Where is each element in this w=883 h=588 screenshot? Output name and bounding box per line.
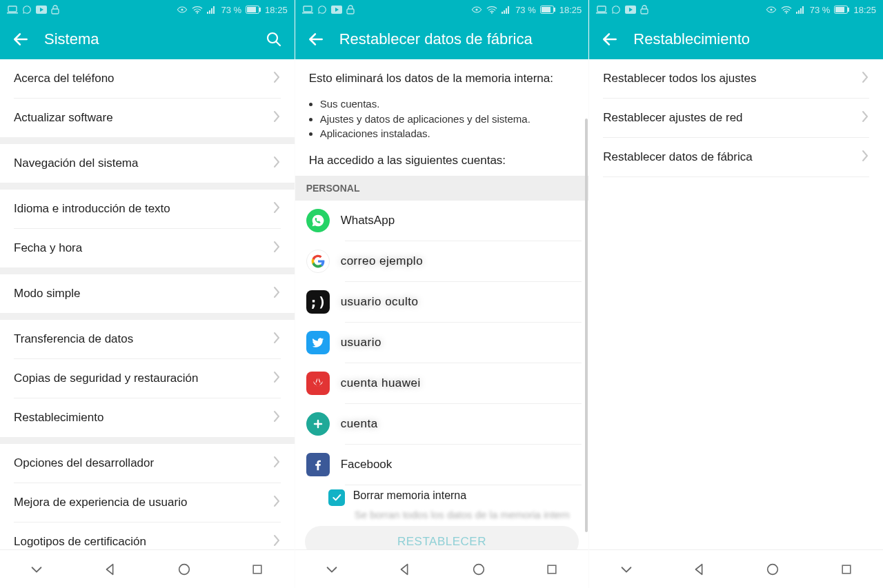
- system-navigation-row[interactable]: Navegación del sistema: [0, 144, 295, 183]
- nav-home-button[interactable]: [464, 554, 494, 585]
- row-chevron: [272, 110, 281, 127]
- eye-care-icon: [177, 6, 188, 14]
- svg-point-4: [181, 8, 183, 10]
- row-chevron: [272, 455, 281, 472]
- whatsapp-icon: [306, 209, 330, 232]
- account-huawei[interactable]: cuenta huawei: [295, 363, 589, 403]
- square-recent-icon: [545, 562, 559, 576]
- eye-care-icon: [766, 6, 777, 14]
- status-bar: 73 % 18:25: [295, 0, 589, 19]
- circle-home-icon: [471, 562, 486, 577]
- svg-rect-38: [798, 10, 800, 14]
- signal-icon: [502, 6, 511, 14]
- nav-back-button[interactable]: [95, 554, 126, 585]
- app-bar-factory-reset: Restablecer datos de fábrica: [295, 19, 589, 59]
- reset-button-label: RESTABLECER: [397, 535, 486, 549]
- laptop-icon: [7, 6, 18, 14]
- back-button[interactable]: [305, 28, 327, 50]
- account-plus[interactable]: cuenta: [295, 404, 589, 444]
- row-chevron: [272, 285, 281, 303]
- lock-status-icon: [640, 5, 648, 14]
- nav-back-button[interactable]: [684, 554, 715, 585]
- search-button[interactable]: [263, 28, 285, 50]
- user-experience-row[interactable]: Mejora de experiencia de usuario: [0, 483, 295, 522]
- back-button[interactable]: [599, 28, 621, 50]
- nav-recent-button[interactable]: [537, 554, 567, 585]
- nav-expand-button[interactable]: [611, 554, 642, 585]
- status-left-icons: [596, 5, 648, 14]
- svg-point-35: [770, 8, 772, 10]
- svg-rect-1: [7, 12, 18, 14]
- svg-rect-7: [209, 10, 210, 14]
- svg-rect-27: [542, 7, 550, 12]
- svg-point-29: [473, 564, 484, 574]
- account-label: cuenta: [341, 417, 578, 431]
- factory-reset-content: Esto eliminará los datos de la memoria i…: [295, 59, 589, 549]
- account-twitter[interactable]: usuario: [295, 323, 589, 363]
- row-chevron: [272, 201, 281, 218]
- language-input-row[interactable]: Idioma e introducción de texto: [0, 190, 295, 228]
- svg-point-5: [197, 12, 198, 14]
- erase-subtext-truncated: Se borran todos los datos de la memoria …: [295, 506, 589, 520]
- svg-rect-9: [213, 6, 215, 14]
- status-left-icons: [7, 5, 59, 14]
- backup-restore-row[interactable]: Copias de seguridad y restauración: [0, 359, 295, 398]
- software-update-row[interactable]: Actualizar software: [0, 99, 295, 137]
- account-whatsapp[interactable]: WhatsApp: [295, 201, 589, 241]
- nav-home-button[interactable]: [169, 554, 199, 585]
- plus-circle-icon: [306, 412, 330, 436]
- nav-back-button[interactable]: [390, 554, 420, 585]
- battery-icon: [834, 6, 849, 14]
- svg-rect-6: [207, 12, 208, 14]
- erase-checkbox[interactable]: [328, 489, 345, 506]
- status-left-icons: [302, 5, 355, 14]
- svg-point-20: [476, 8, 478, 10]
- row-chevron: [272, 155, 281, 172]
- account-facebook[interactable]: Facebook: [295, 445, 589, 485]
- factory-reset-row[interactable]: Restablecer datos de fábrica: [589, 138, 883, 176]
- youtube-status-icon: [331, 6, 342, 14]
- reset-button[interactable]: RESTABLECER: [305, 526, 579, 549]
- svg-rect-31: [597, 6, 606, 12]
- scrollbar[interactable]: [585, 119, 588, 532]
- account-google[interactable]: correo ejemplo: [295, 241, 589, 281]
- nav-recent-button[interactable]: [831, 554, 862, 585]
- row-label: Modo simple: [14, 287, 272, 301]
- reset-row[interactable]: Restablecimiento: [0, 398, 295, 437]
- certification-logos-row[interactable]: Logotipos de certificación: [0, 523, 295, 549]
- lock-status-icon: [346, 5, 355, 14]
- data-transfer-row[interactable]: Transferencia de datos: [0, 320, 295, 358]
- back-button[interactable]: [10, 28, 32, 50]
- laptop-icon: [302, 6, 313, 14]
- row-label: Transferencia de datos: [14, 332, 272, 346]
- whatsapp-status-icon: [317, 5, 327, 14]
- reset-all-settings-row[interactable]: Restablecer todos los ajustes: [589, 59, 883, 98]
- chevron-right-icon: [272, 110, 281, 123]
- developer-options-row[interactable]: Opciones del desarrollador: [0, 444, 295, 483]
- whatsapp-status-icon: [611, 5, 621, 14]
- status-right-icons: 73 % 18:25: [766, 5, 876, 15]
- date-time-row[interactable]: Fecha y hora: [0, 229, 295, 267]
- row-chevron: [861, 110, 869, 127]
- eye-care-icon: [471, 6, 482, 14]
- row-chevron: [272, 370, 281, 387]
- erase-internal-checkbox-row[interactable]: Borrar memoria interna: [295, 485, 589, 506]
- chevron-down-icon: [29, 562, 44, 577]
- simple-mode-row[interactable]: Modo simple: [0, 274, 295, 313]
- svg-point-14: [179, 564, 189, 574]
- nav-bar: [0, 549, 295, 588]
- accounts-list: WhatsAppcorreo ejemplo;)usuario ocultous…: [295, 201, 589, 485]
- nav-expand-button[interactable]: [317, 554, 347, 585]
- nav-home-button[interactable]: [757, 554, 788, 585]
- account-generic[interactable]: ;)usuario oculto: [295, 282, 589, 322]
- nav-expand-button[interactable]: [21, 554, 52, 585]
- svg-rect-11: [247, 7, 256, 12]
- about-phone-row[interactable]: Acerca del teléfono: [0, 59, 295, 98]
- battery-icon: [540, 6, 555, 14]
- check-icon: [331, 492, 342, 503]
- nav-recent-button[interactable]: [242, 554, 272, 585]
- pane-sistema: 73 % 18:25 Sistema Acerca del teléfonoAc…: [0, 0, 295, 588]
- reset-network-settings-row[interactable]: Restablecer ajustes de red: [589, 99, 883, 137]
- arrow-left-icon: [12, 30, 30, 48]
- svg-rect-19: [347, 9, 354, 14]
